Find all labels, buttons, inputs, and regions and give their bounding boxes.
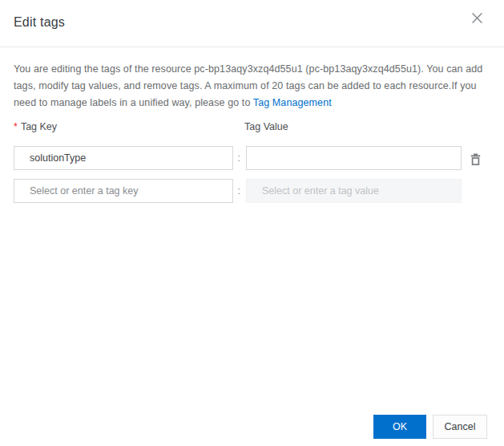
tag-key-input[interactable] <box>14 146 233 170</box>
cancel-button[interactable]: Cancel <box>433 415 487 439</box>
dialog-title: Edit tags <box>14 15 65 30</box>
ok-button[interactable]: OK <box>373 415 426 439</box>
tag-value-label: Tag Value <box>244 121 288 132</box>
close-icon <box>471 12 483 24</box>
tag-key-label: *Tag Key <box>14 121 57 132</box>
header-divider <box>0 47 504 47</box>
trash-icon <box>470 153 481 165</box>
delete-tag-button[interactable] <box>467 151 483 167</box>
key-value-separator: : <box>233 146 244 170</box>
description-body: You are editing the tags of the resource… <box>14 63 482 108</box>
tag-key-label-text: Tag Key <box>21 121 57 132</box>
close-button[interactable] <box>468 9 486 26</box>
tag-management-link[interactable]: Tag Management <box>253 97 332 108</box>
required-asterisk: * <box>14 121 18 132</box>
key-value-separator: : <box>233 179 244 203</box>
tag-value-input-disabled <box>246 179 462 203</box>
tag-key-input[interactable] <box>14 179 233 203</box>
tag-value-input[interactable] <box>246 146 462 170</box>
edit-tags-dialog: Edit tags You are editing the tags of th… <box>0 0 504 446</box>
description-text: You are editing the tags of the resource… <box>14 61 488 112</box>
